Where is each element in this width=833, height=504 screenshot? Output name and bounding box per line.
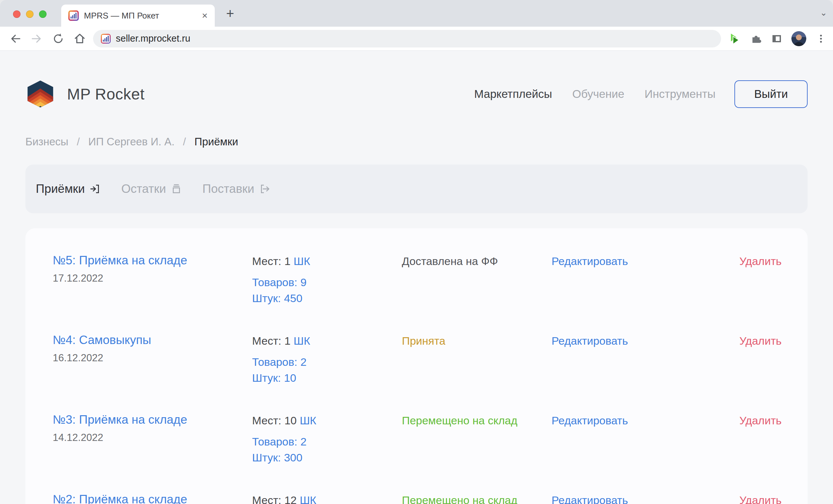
tab-close-icon[interactable]: ×: [202, 10, 208, 21]
section-tabs: Приёмки Остатки Поставки: [25, 165, 808, 213]
places-label: Мест: 1: [252, 334, 291, 347]
breadcrumb: Бизнесы / ИП Сергеев И. А. / Приёмки: [25, 135, 238, 148]
reception-row: №3: Приёмка на складе 14.12.2022 Мест: 1…: [53, 413, 782, 493]
nav-item-training[interactable]: Обучение: [572, 87, 624, 100]
site-favicon-icon: [101, 34, 111, 44]
units-link[interactable]: Штук: 450: [252, 292, 402, 305]
tab-stock-label: Остатки: [121, 182, 166, 196]
side-panel-icon[interactable]: [770, 32, 783, 45]
breadcrumb-business-name[interactable]: ИП Сергеев И. А.: [88, 135, 174, 148]
login-icon: [90, 184, 100, 194]
green-extension-icon[interactable]: [729, 32, 741, 45]
delete-link[interactable]: Удалить: [739, 334, 782, 347]
status-text: Перемещено на склад: [402, 494, 517, 504]
brand-name: MP Rocket: [67, 85, 144, 103]
units-link[interactable]: Штук: 10: [252, 372, 402, 384]
tab-supplies-label: Поставки: [203, 182, 254, 196]
browser-toolbar: seller.mprocket.ru: [0, 27, 833, 51]
barcode-link[interactable]: ШК: [293, 334, 310, 347]
products-link[interactable]: Товаров: 2: [252, 356, 402, 369]
zoom-window-button[interactable]: [39, 10, 47, 18]
nav-item-marketplaces[interactable]: Маркетплейсы: [474, 87, 552, 100]
site-header: MP Rocket Маркетплейсы Обучение Инструме…: [25, 80, 808, 108]
page-body: MP Rocket Маркетплейсы Обучение Инструме…: [0, 51, 833, 504]
profile-avatar[interactable]: [791, 31, 806, 46]
tab-search-chevron-icon[interactable]: ⌄: [820, 8, 827, 18]
window-controls: [13, 10, 47, 18]
edit-link[interactable]: Редактировать: [551, 255, 628, 267]
places-label: Мест: 12: [252, 494, 297, 504]
back-icon[interactable]: [9, 32, 22, 45]
barcode-link[interactable]: ШК: [300, 414, 316, 427]
reception-date: 16.12.2022: [53, 352, 252, 364]
reception-link[interactable]: №3: Приёмка на складе: [53, 413, 252, 427]
tab-receptions[interactable]: Приёмки: [36, 182, 100, 196]
nav-item-tools[interactable]: Инструменты: [645, 87, 716, 100]
reception-row: №4: Самовыкупы 16.12.2022 Мест: 1 ШК Тов…: [53, 333, 782, 413]
reception-date: 14.12.2022: [53, 432, 252, 444]
browser-menu-icon[interactable]: [815, 32, 827, 45]
places-label: Мест: 1: [252, 255, 291, 267]
reception-link[interactable]: №5: Приёмка на складе: [53, 254, 252, 267]
receptions-list-card: №5: Приёмка на складе 17.12.2022 Мест: 1…: [25, 228, 808, 504]
status-text: Принята: [402, 334, 446, 347]
places-label: Мест: 10: [252, 414, 297, 427]
extensions-puzzle-icon[interactable]: [750, 32, 762, 45]
minimize-window-button[interactable]: [26, 10, 33, 18]
delete-link[interactable]: Удалить: [739, 414, 782, 427]
edit-link[interactable]: Редактировать: [551, 494, 628, 504]
reception-row: №5: Приёмка на складе 17.12.2022 Мест: 1…: [53, 254, 782, 333]
browser-tab-strip: MPRS — МП Рокет × + ⌄: [0, 0, 833, 27]
tab-stock[interactable]: Остатки: [121, 182, 182, 196]
edit-link[interactable]: Редактировать: [551, 334, 628, 347]
barcode-link[interactable]: ШК: [300, 494, 316, 504]
tab-title: MPRS — МП Рокет: [84, 11, 196, 21]
new-tab-button[interactable]: +: [226, 6, 234, 22]
browser-window: MPRS — МП Рокет × + ⌄ seller.mprock: [0, 0, 833, 504]
delete-link[interactable]: Удалить: [739, 255, 782, 267]
forward-icon[interactable]: [30, 32, 43, 45]
tab-receptions-label: Приёмки: [36, 182, 85, 196]
reception-date: 17.12.2022: [53, 273, 252, 284]
breadcrumb-receptions: Приёмки: [194, 135, 238, 148]
delete-link[interactable]: Удалить: [739, 494, 782, 504]
site-favicon-icon: [68, 10, 79, 21]
reception-row: №2: Приёмка на складе Мест: 12 ШК Переме…: [53, 493, 782, 504]
units-link[interactable]: Штук: 300: [252, 451, 402, 464]
breadcrumb-businesses[interactable]: Бизнесы: [25, 135, 68, 148]
home-icon[interactable]: [74, 32, 86, 45]
brand[interactable]: MP Rocket: [25, 80, 144, 108]
products-link[interactable]: Товаров: 2: [252, 435, 402, 448]
stock-box-icon: [171, 184, 182, 194]
products-link[interactable]: Товаров: 9: [252, 276, 402, 289]
edit-link[interactable]: Редактировать: [551, 414, 628, 427]
close-window-button[interactable]: [13, 10, 21, 18]
main-nav: Маркетплейсы Обучение Инструменты: [474, 87, 716, 100]
breadcrumb-separator: /: [183, 135, 186, 148]
url-text: seller.mprocket.ru: [116, 33, 190, 44]
tab-supplies[interactable]: Поставки: [203, 182, 270, 196]
reload-icon[interactable]: [52, 32, 65, 45]
status-text: Доставлена на ФФ: [402, 255, 498, 267]
status-text: Перемещено на склад: [402, 414, 517, 427]
barcode-link[interactable]: ШК: [293, 255, 310, 267]
logout-icon: [259, 184, 270, 194]
mp-rocket-logo-icon: [25, 80, 55, 108]
breadcrumb-separator: /: [77, 135, 80, 148]
reception-link[interactable]: №2: Приёмка на складе: [53, 493, 252, 504]
logout-button[interactable]: Выйти: [734, 80, 808, 108]
reception-link[interactable]: №4: Самовыкупы: [53, 333, 252, 347]
browser-tab[interactable]: MPRS — МП Рокет ×: [61, 4, 215, 27]
address-bar[interactable]: seller.mprocket.ru: [93, 30, 721, 48]
